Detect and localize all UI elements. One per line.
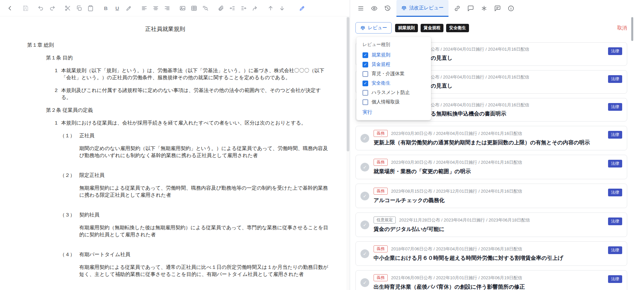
balance-scale-icon — [401, 5, 407, 11]
copy-icon[interactable] — [75, 4, 83, 12]
edit-pen-icon[interactable] — [298, 4, 306, 12]
review-type-label: 安全衛生 — [372, 80, 390, 86]
bold-icon[interactable]: B — [101, 4, 110, 12]
redo-icon[interactable] — [48, 4, 56, 12]
document-scroll-area[interactable]: 正社員就業規則 第１章 総則第１条 目的1本就業規則（以下「規則」という。）は、… — [0, 16, 346, 290]
doc-block-article: 第１条 目的 — [46, 54, 330, 61]
underline-icon[interactable]: U — [113, 4, 122, 12]
arrow-down-icon[interactable] — [277, 4, 286, 12]
review-item-card[interactable]: ✓ 任意規定 2022年11月28日公布 / 2023年04月01日施行 / 2… — [355, 212, 627, 237]
review-type-option[interactable]: ✓ 安全衛生 — [362, 80, 425, 86]
review-scrollbar-thumb[interactable] — [631, 17, 633, 41]
back-icon[interactable] — [5, 4, 14, 12]
link-icon[interactable] — [216, 4, 225, 12]
chain-link-icon[interactable] — [452, 3, 462, 13]
feedback-icon[interactable] — [492, 3, 503, 13]
review-item-meta: 義務 2021年06月09日公布 / 2022年10月01日施行 / 2023年… — [374, 274, 604, 281]
editor-toolbar: B U — [0, 0, 350, 16]
save-icon[interactable] — [21, 4, 30, 12]
review-item-card[interactable]: ✓ 義務 2018年07月06日公布 / 2023年04月01日施行 / 202… — [355, 241, 627, 266]
doc-block-para: 1本就業規則（以下「規則」という。）は、労働基準法（以下「労基法」という。）に基… — [55, 67, 330, 81]
align-left-icon[interactable] — [140, 4, 148, 12]
checkbox-icon[interactable]: ✓ — [362, 52, 368, 58]
table-icon[interactable] — [189, 4, 198, 12]
review-item-meta: 義務 2018年07月06日公布 / 2023年04月01日施行 / 2023年… — [374, 245, 604, 252]
doc-block-para: 1本規則における従業員は、会社が採用手続きを経て雇入れたすべての者をいい、区分は… — [55, 119, 330, 126]
insert-field-left-icon[interactable] — [228, 4, 237, 12]
review-tag: 安全衛生 — [446, 24, 469, 32]
review-item-title: 就業場所・業務の「変更の範囲」の明示 — [374, 168, 604, 175]
editor-scrollbar[interactable] — [346, 16, 350, 290]
review-item-card[interactable]: ✓ 義務 2023年03月30日公布 / 2024年04月01日施行 / 202… — [355, 126, 627, 150]
align-center-icon[interactable] — [151, 4, 160, 12]
law-badge: 法律 — [608, 131, 622, 139]
review-type-option[interactable]: ✓ 個人情報取扱 — [362, 99, 425, 105]
obligation-badge: 義務 — [374, 159, 388, 166]
cancel-button[interactable]: 取消 — [617, 25, 627, 31]
checkbox-icon[interactable]: ✓ — [362, 71, 368, 77]
checkbox-icon[interactable]: ✓ — [362, 99, 368, 105]
review-item-main: 義務 2023年03月30日公布 / 2024年04月01日施行 / 2024年… — [374, 130, 604, 146]
review-item-card[interactable]: ✓ 義務 2023年03月30日公布 / 2024年04月01日施行 / 202… — [355, 155, 627, 179]
history-icon[interactable] — [383, 3, 393, 13]
check-circle-icon[interactable]: ✓ — [360, 221, 369, 229]
image-icon[interactable] — [178, 4, 187, 12]
check-glyph: ✓ — [363, 222, 367, 228]
law-badge: 法律 — [608, 160, 622, 167]
law-badge: 法律 — [608, 218, 622, 225]
obligation-badge: 義務 — [374, 274, 388, 281]
editor-scrollbar-thumb[interactable] — [347, 17, 349, 151]
tab-law-revision-review[interactable]: 法改正レビュー — [396, 0, 448, 17]
check-circle-icon[interactable]: ✓ — [360, 249, 369, 258]
review-tag: 就業規則 — [395, 24, 418, 32]
checkbox-icon[interactable]: ✓ — [362, 81, 368, 86]
highlighter-icon[interactable] — [124, 4, 133, 12]
review-toolbar: 法改正レビュー — [350, 0, 644, 17]
doc-block-item-body: 有期雇用契約による従業員であって、通常の正社員に比べ１日の所定労働時間又は１か月… — [79, 263, 330, 278]
document-editor-pane: B U 正社員就業規則 第１章 総則第１条 目的1本就 — [0, 0, 350, 290]
document-page: 正社員就業規則 第１章 総則第１条 目的1本就業規則（以下「規則」という。）は、… — [0, 16, 346, 290]
review-item-dates: 2022年11月28日公布 / 2023年04月01日施行 / 2023年06月… — [399, 217, 530, 223]
doc-block-item-body: 期間の定めのない雇用契約（以下「無期雇用契約」という。）による従業員であって、労… — [79, 145, 330, 159]
asterisk-icon[interactable] — [479, 3, 489, 13]
paste-icon[interactable] — [86, 4, 95, 12]
review-type-option[interactable]: ✓ 賃金規程 — [362, 61, 425, 67]
review-item-card[interactable]: ✓ 義務 2023年08月15日公布 / 2023年12月01日施行 / 202… — [355, 184, 627, 208]
check-circle-icon[interactable]: ✓ — [360, 278, 369, 287]
check-circle-icon[interactable]: ✓ — [360, 163, 369, 172]
review-type-option[interactable]: ✓ ハラスメント防止 — [362, 90, 425, 96]
review-item-title: 中小企業における月６０時間を超える時間外労働に対する割増賃金率の引上げ — [374, 255, 604, 262]
review-item-main: 任意規定 2022年11月28日公布 / 2023年04月01日施行 / 202… — [374, 216, 604, 233]
comment-icon[interactable] — [466, 3, 476, 13]
undo-icon[interactable] — [36, 4, 45, 12]
check-glyph: ✓ — [363, 164, 367, 170]
share-icon[interactable] — [251, 4, 259, 12]
review-item-title: 出生時育児休業（産後パパ育休）の創設に伴う影響箇所の修正 — [374, 284, 604, 290]
insert-field-right-icon[interactable] — [239, 4, 248, 12]
review-item-title: る無期転換申込機会の書面明示 — [431, 110, 604, 117]
review-item-main: 公布 / 2024年04月01日施行 / 2024年01月16日配信 る無期転換… — [431, 102, 604, 117]
align-right-icon[interactable] — [163, 4, 171, 12]
review-item-meta: 公布 / 2024年04月01日施行 / 2024年01月16日配信 — [431, 102, 604, 108]
cut-icon[interactable] — [63, 4, 72, 12]
info-icon[interactable] — [506, 3, 516, 13]
find-replace-icon[interactable] — [201, 4, 210, 12]
review-item-meta: 義務 2023年03月30日公布 / 2024年04月01日施行 / 2024年… — [374, 159, 604, 166]
checkbox-icon[interactable]: ✓ — [362, 90, 368, 96]
review-pane: 法改正レビュー レビュー 就業規則賃金規程安全衛生 取消 ✓ — [350, 0, 644, 290]
checkbox-check-glyph: ✓ — [363, 62, 367, 66]
review-button[interactable]: レビュー — [355, 22, 392, 34]
execute-button[interactable]: 実行 — [362, 109, 425, 115]
check-circle-icon[interactable]: ✓ — [360, 134, 369, 143]
menu-icon[interactable] — [356, 3, 366, 13]
check-circle-icon[interactable]: ✓ — [360, 192, 369, 200]
review-type-option[interactable]: ✓ 育児・介護休業 — [362, 71, 425, 77]
review-type-option[interactable]: ✓ 就業規則 — [362, 52, 425, 58]
review-item-main: 義務 2021年06月09日公布 / 2022年10月01日施行 / 2023年… — [374, 274, 604, 290]
review-item-card[interactable]: ✓ 義務 2021年06月09日公布 / 2022年10月01日施行 / 202… — [355, 270, 627, 290]
checkbox-icon[interactable]: ✓ — [362, 62, 368, 67]
arrow-up-icon[interactable] — [266, 4, 275, 12]
review-item-dates: 公布 / 2024年04月01日施行 / 2024年01月16日配信 — [431, 102, 529, 108]
eye-icon[interactable] — [369, 3, 379, 13]
review-tag: 賃金規程 — [421, 24, 443, 32]
